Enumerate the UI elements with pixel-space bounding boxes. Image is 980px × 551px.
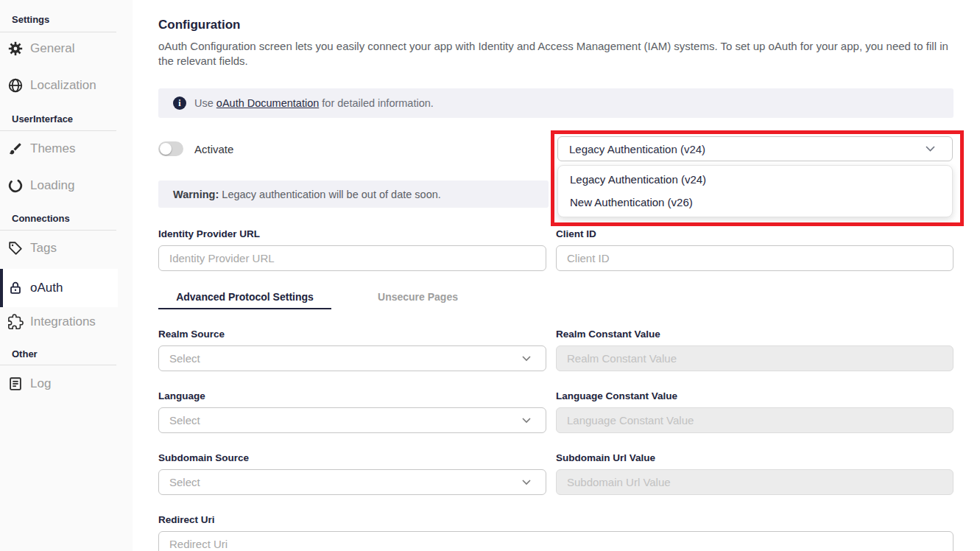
divider [0, 32, 116, 32]
sidebar-item-themes[interactable]: Themes [0, 136, 118, 161]
realm-source-select[interactable]: Select [158, 345, 546, 371]
puzzle-icon [7, 314, 24, 330]
subdomain-source-label: Subdomain Source [158, 452, 546, 464]
form-row-2: Realm Source Select Realm Constant Value [158, 329, 953, 371]
subdomain-url-value-input [556, 469, 953, 495]
settings-sidebar: Settings General Themes Localization Use… [0, 0, 133, 551]
language-label: Language [158, 390, 546, 402]
realm-constant-value-input [556, 345, 953, 371]
sidebar-item-oauth[interactable]: oAuth [0, 269, 118, 307]
sidebar-section-userinterface: UserInterface [0, 113, 133, 125]
divider [0, 230, 116, 231]
globe-icon [7, 77, 24, 94]
sidebar-item-label: Tags [30, 241, 57, 256]
chevron-down-icon [926, 146, 935, 152]
sidebar-item-log[interactable]: Log [0, 371, 118, 396]
sidebar-item-general[interactable]: General [0, 36, 118, 61]
chevron-down-icon [522, 356, 531, 362]
subdomain-url-value-label: Subdomain Url Value [556, 452, 953, 464]
info-icon: i [173, 96, 186, 110]
sidebar-item-label: Localization [30, 78, 96, 93]
form-row-3: Language Select Language Constant Value [158, 390, 953, 433]
realm-constant-value-label: Realm Constant Value [556, 329, 953, 340]
identity-provider-url-input[interactable] [158, 245, 546, 271]
language-constant-value-label: Language Constant Value [556, 390, 953, 402]
warning-prefix: Warning: [173, 189, 219, 200]
form-row-5: Redirect Uri [158, 514, 953, 551]
authentication-version-select[interactable]: Legacy Authentication (v24) [557, 136, 953, 161]
identity-provider-url-label: Identity Provider URL [158, 228, 546, 240]
spinner-icon [7, 178, 24, 194]
warning-banner: Warning: Legacy authentication will be o… [158, 180, 549, 208]
chevron-down-icon [522, 480, 531, 485]
oauth-documentation-link[interactable]: oAuth Documentation [216, 97, 319, 109]
info-text-prefix: Use [194, 97, 216, 109]
menu-item-legacy-authentication[interactable]: Legacy Authentication (v24) [558, 170, 952, 189]
sidebar-item-tags[interactable]: Tags [0, 236, 118, 261]
client-id-label: Client ID [556, 228, 953, 240]
divider [0, 130, 116, 131]
client-id-input[interactable] [556, 245, 953, 271]
language-constant-value-input [556, 407, 953, 433]
info-banner: i Use oAuth Documentation for detailed i… [158, 88, 953, 118]
annotation-highlight-box: Legacy Authentication (v24) Legacy Authe… [551, 130, 964, 226]
sidebar-section-connections: Connections [0, 213, 133, 225]
sidebar-section-other: Other [0, 348, 133, 360]
tab-advanced-protocol-settings[interactable]: Advanced Protocol Settings [158, 286, 331, 309]
brush-icon [7, 141, 24, 157]
authentication-version-menu: Legacy Authentication (v24) New Authenti… [557, 165, 953, 217]
protocol-tabs: Advanced Protocol Settings Unsecure Page… [158, 286, 504, 309]
info-text-suffix: for detailed information. [319, 97, 434, 109]
warning-text: Legacy authentication will be out of dat… [219, 189, 441, 200]
sidebar-item-label: Themes [30, 141, 75, 156]
sidebar-item-integrations[interactable]: Integrations [0, 309, 118, 334]
activate-toggle[interactable] [158, 141, 183, 156]
redirect-uri-input[interactable] [158, 531, 953, 551]
activate-label: Activate [194, 143, 233, 155]
gear-icon [7, 41, 24, 57]
lock-icon [7, 280, 24, 296]
language-select[interactable]: Select [158, 407, 546, 433]
authentication-version-value: Legacy Authentication (v24) [569, 143, 705, 155]
oauth-configuration-panel: Configuration oAuth Configuration screen… [133, 0, 980, 551]
sidebar-item-label: Log [30, 376, 51, 391]
sidebar-item-label: Integrations [30, 315, 96, 329]
divider [0, 365, 116, 365]
sidebar-item-label: Loading [30, 178, 75, 193]
realm-source-label: Realm Source [158, 329, 546, 340]
tag-icon [7, 240, 24, 256]
form-row-1: Identity Provider URL Client ID [158, 228, 953, 271]
toggle-knob [160, 143, 172, 155]
form-row-4: Subdomain Source Select Subdomain Url Va… [158, 452, 953, 495]
sidebar-item-localization[interactable]: Themes Localization [0, 73, 118, 98]
page-title: Configuration [158, 18, 953, 32]
sidebar-item-label: oAuth [30, 281, 63, 295]
page-description: oAuth Configuration screen lets you easi… [158, 39, 953, 69]
tab-unsecure-pages[interactable]: Unsecure Pages [331, 286, 504, 309]
subdomain-source-select[interactable]: Select [158, 469, 546, 495]
select-placeholder: Select [169, 476, 200, 488]
log-icon [7, 376, 24, 392]
sidebar-item-label: General [30, 41, 74, 56]
chevron-down-icon [522, 418, 531, 424]
redirect-uri-label: Redirect Uri [158, 514, 953, 526]
menu-item-new-authentication[interactable]: New Authentication (v26) [558, 193, 952, 212]
select-placeholder: Select [169, 414, 200, 427]
sidebar-section-settings: Settings [0, 14, 133, 26]
select-placeholder: Select [169, 352, 200, 365]
sidebar-item-loading[interactable]: Loading [0, 173, 118, 198]
